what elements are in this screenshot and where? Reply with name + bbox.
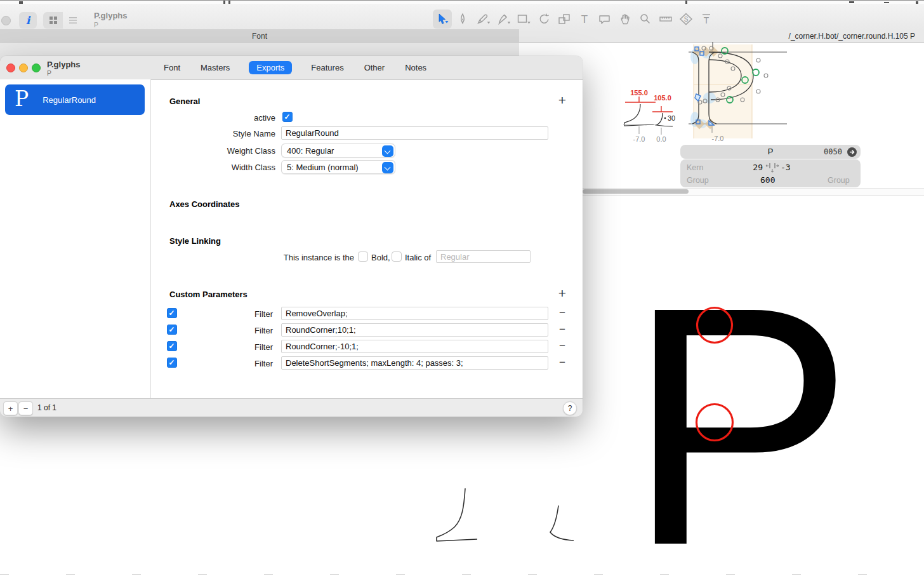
general-add-button[interactable]: + [556,94,569,107]
text-tool[interactable]: T [575,10,594,29]
parameter-property-label[interactable]: Filter [212,359,273,368]
preview-glyph-p: P [627,267,854,559]
italic-checkbox[interactable] [392,251,402,262]
stroke-s-icon: S [678,12,694,26]
remove-instance-button[interactable]: − [18,401,33,415]
kern-icon [765,161,779,174]
group-label-left: Group [687,176,709,185]
group-label-right: Group [828,176,850,185]
tab-font-info[interactable]: Font [162,61,182,74]
glyph-info-header: P 0050 [680,145,861,159]
parameter-checkbox[interactable] [167,308,177,318]
parameter-checkbox[interactable] [167,325,177,335]
corner-component-outlines [432,483,584,546]
ruler-icon [658,12,673,26]
zoom-button[interactable] [32,64,41,72]
tab-glyph-edit-label: /_corner.H.bot/_corner.round.H.105 P [789,32,915,41]
measurement-155: 155.0 -7.0 [623,89,656,143]
dialog-titlebar[interactable]: P.glyphs P Font Masters Exports Features… [0,56,583,80]
style-name-label: Style Name [150,129,275,138]
glyph-edit-view[interactable]: 155.0 -7.0 105.0 30 0.0 -7.0 [602,42,800,151]
tab-font[interactable]: Font [0,29,519,44]
parameter-property-label[interactable]: Filter [212,342,273,352]
instance-list-item[interactable]: P RegularRound [5,84,145,115]
custom-parameters-heading: Custom Parameters [169,290,248,299]
freehand-tool[interactable] [453,10,472,29]
stroke-tool[interactable]: S [676,10,696,29]
rotate-icon [536,12,551,26]
tab-other[interactable]: Other [363,61,386,74]
active-label: active [150,113,275,123]
pencil-tool[interactable] [494,10,513,29]
help-button[interactable]: ? [563,401,577,415]
width-class-dropdown[interactable]: 5: Medium (normal) [281,160,395,174]
parameter-value-input[interactable] [281,307,548,320]
style-linking-target-input[interactable] [436,250,531,263]
tab-masters[interactable]: Masters [199,61,231,74]
parameter-remove-button[interactable]: − [557,308,567,318]
rotate-tool[interactable] [534,10,553,29]
pen-tool[interactable] [473,10,492,29]
select-tool[interactable] [433,10,452,29]
scrollbar-thumb[interactable] [583,189,689,194]
bold-checkbox[interactable] [358,251,368,262]
shapes-tool[interactable] [514,10,533,29]
dialog-title: P.glyphs [47,60,81,69]
font-info-button[interactable]: i [19,12,37,29]
view-mode-segmented-control [43,12,82,29]
tab-features[interactable]: Features [310,61,345,74]
close-button[interactable] [6,64,15,72]
instance-label: RegularRound [43,95,96,105]
vertical-text-tool[interactable]: T [697,10,716,29]
style-name-input[interactable] [281,126,548,140]
document-subtitle: P [94,21,98,29]
chevron-down-icon [382,162,393,173]
parameter-remove-button[interactable]: − [557,341,567,351]
instances-sidebar: P RegularRound [0,79,151,398]
scale-tool[interactable] [555,10,574,29]
parameter-checkbox[interactable] [167,358,177,368]
hand-tool[interactable] [616,10,635,29]
weight-class-dropdown[interactable]: 400: Regular [281,144,395,157]
parameter-remove-button[interactable]: − [557,358,567,368]
kern-label: Kern [687,163,703,172]
active-checkbox[interactable] [282,112,293,122]
custom-parameters-add-button[interactable]: + [556,287,569,300]
hand-icon [617,12,633,26]
axes-heading: Axes Coordinates [169,199,240,209]
kern-left-value[interactable]: 29 [749,163,763,172]
tab-glyph-edit[interactable]: /_corner.H.bot/_corner.round.H.105 P [519,29,924,43]
list-view-button[interactable] [63,12,82,29]
dialog-subtitle: P [47,69,51,77]
next-glyph-button[interactable] [847,147,857,157]
document-title: P.glyphs [94,11,128,20]
measure-tool[interactable] [656,10,675,29]
parameter-property-label[interactable]: Filter [212,326,273,335]
tool-palette: T [433,10,716,29]
tab-notes[interactable]: Notes [404,61,428,74]
pen-icon [475,12,491,26]
tab-exports[interactable]: Exports [249,61,292,74]
annotation-tool[interactable] [595,10,614,29]
parameter-value-input[interactable] [281,356,548,370]
group-value[interactable]: 600 [760,175,775,185]
parameter-property-label[interactable]: Filter [212,309,273,319]
parameter-value-input[interactable] [281,340,548,353]
parameter-checkbox[interactable] [167,341,177,351]
parameter-remove-button[interactable]: − [557,325,567,335]
minimize-button[interactable] [19,64,28,72]
grid-view-button[interactable] [43,12,63,29]
parameter-value-input[interactable] [281,323,548,337]
add-instance-button[interactable]: + [3,401,18,415]
window-control-dimmed[interactable] [1,16,11,25]
horizontal-scrollbar[interactable] [574,188,924,196]
kern-right-value[interactable]: -3 [781,163,791,172]
main-toolbar: i P.glyphs P [0,4,924,30]
measurement-105: 105.0 30 0.0 [652,94,675,143]
measure-105-value: 105.0 [654,94,671,102]
svg-text:T: T [704,15,710,25]
zoom-tool[interactable] [636,10,655,29]
arrow-right-icon [847,147,857,157]
tab-font-label: Font [252,32,267,41]
instance-count: 1 of 1 [37,403,56,412]
